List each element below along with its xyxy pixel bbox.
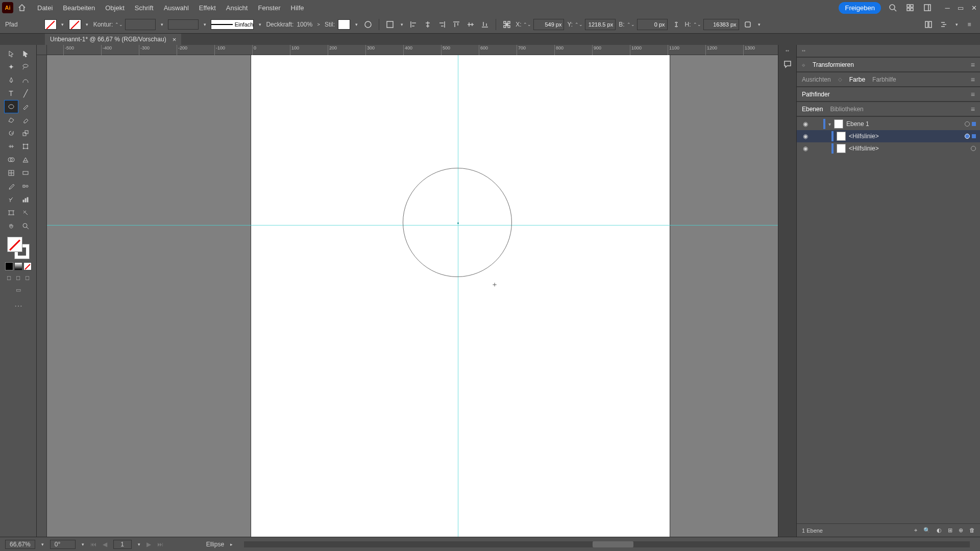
panel-menu-icon[interactable]: ≡ [971,61,975,69]
recolor-icon[interactable] [362,19,374,30]
none-color-icon[interactable] [23,262,32,270]
kontur-input[interactable] [125,19,156,30]
pen-tool[interactable] [4,73,18,87]
vertical-ruler[interactable] [37,55,47,537]
fill-box[interactable] [7,237,22,252]
h-input[interactable]: 16383 px [703,19,739,30]
menu-effekt[interactable]: Effekt [194,2,220,14]
shape-dropdown-icon[interactable]: ▾ [756,20,763,29]
ellipse-tool[interactable] [4,100,18,113]
vertical-guide[interactable] [458,55,458,537]
draw-behind-icon[interactable]: ◻ [14,273,22,282]
lasso-tool[interactable] [18,60,33,73]
align-right-icon[interactable] [436,19,448,30]
brush-profile[interactable]: Einfach [211,19,254,30]
target-icon[interactable] [965,134,970,139]
zoom-tool[interactable] [18,219,33,233]
zoom-dropdown-icon[interactable]: ▾ [41,542,44,547]
x-input[interactable]: 549 px [533,19,564,30]
isolate-icon[interactable] [923,19,934,30]
sublayer-name[interactable]: <Hilfslinie> [849,145,879,152]
artboard-number[interactable]: 1 [113,540,132,549]
horizontal-ruler[interactable]: -500 -400 -300 -200 -100 0 100 200 300 4… [47,45,778,55]
w-input[interactable]: 0 px [637,19,668,30]
scrollbar-horizontal[interactable] [244,541,970,547]
artboard-nav-prev-icon[interactable]: ◀ [103,541,107,548]
menu-ansicht[interactable]: Ansicht [222,2,253,14]
farbe-tab[interactable]: Farbe [849,76,865,83]
pathfinder-panel-tab[interactable]: Pathfinder ≡ [797,87,980,102]
status-dropdown-icon[interactable]: ▸ [230,542,233,547]
fill-swatch[interactable] [44,19,57,30]
delete-layer-icon[interactable]: 🗑 [969,527,975,534]
slice-tool[interactable] [18,206,33,219]
artboard-tool[interactable] [4,206,18,219]
panel-menu-icon[interactable]: ≡ [971,90,975,98]
rotate-value[interactable]: 0° [50,540,76,549]
canvas-stage[interactable]: ＋ [47,55,778,537]
expand-icon[interactable]: ▾ [828,121,831,127]
perspective-tool[interactable] [18,153,33,166]
artboard-nav-next-icon[interactable]: ▶ [146,541,151,548]
free-transform-tool[interactable] [18,140,33,153]
toolbox-more-icon[interactable]: ⋯ [14,301,22,311]
prefs-icon[interactable] [938,19,949,30]
new-sublayer-icon[interactable]: ⊞ [948,527,952,534]
align-top-icon[interactable] [451,19,462,30]
arrange-icon[interactable] [904,2,916,13]
zoom-level[interactable]: 66,67% [5,540,35,549]
maximize-icon[interactable]: ▭ [957,4,965,12]
column-graph-tool[interactable] [18,193,33,206]
visibility-icon[interactable]: ◉ [801,145,810,152]
search-layer-icon[interactable]: 🔍 [923,527,930,534]
farbhilfe-tab[interactable]: Farbhilfe [872,76,896,83]
y-stepper-icon[interactable]: ⌃⌄ [576,20,582,29]
rotate-tool[interactable] [4,127,18,140]
scale-tool[interactable] [18,127,33,140]
visibility-icon[interactable]: ◉ [801,120,810,128]
menu-datei[interactable]: Datei [33,2,57,14]
ebenen-tab[interactable]: Ebenen [802,106,823,113]
style-dropdown-icon[interactable]: ▾ [353,20,359,29]
screen-mode-icon[interactable]: ▭ [14,286,22,294]
transform-panel-tab[interactable]: ⟐ Transformieren ≡ [797,58,980,72]
menu-auswahl[interactable]: Auswahl [159,2,193,14]
prefs-dropdown-icon[interactable]: ▾ [953,20,960,29]
panel-menu-icon[interactable]: ≡ [971,105,975,113]
layer-sub-row[interactable]: ◉ <Hilfslinie> [797,142,980,155]
solid-color-icon[interactable] [5,262,13,270]
line-tool[interactable]: ╱ [18,87,33,100]
eyedropper-tool[interactable] [4,180,18,193]
align-doc-icon[interactable] [384,19,396,30]
document-tab[interactable]: Unbenannt-1* @ 66,67 % (RGB/Vorschau) × [45,34,181,45]
type-tool[interactable]: T [4,87,18,100]
target-icon[interactable] [971,146,976,151]
align-vcenter-icon[interactable] [465,19,476,30]
symbol-sprayer-tool[interactable] [4,193,18,206]
target-icon[interactable] [965,121,970,127]
w-stepper-icon[interactable]: ⌃⌄ [628,20,634,29]
home-icon[interactable] [16,2,28,13]
shape-builder-tool[interactable] [4,153,18,166]
shape-props-icon[interactable] [742,19,753,30]
deck-dropdown-icon[interactable]: > [315,20,322,29]
panel-menu-icon[interactable]: ≡ [971,76,975,84]
stroke-dropdown-icon[interactable]: ▾ [84,20,90,29]
align-left-icon[interactable] [408,19,419,30]
panel-menu-icon[interactable]: ≡ [964,19,975,30]
align-to-dropdown-icon[interactable]: ▾ [399,20,405,29]
artboard-nav-last-icon[interactable]: ⏭ [157,541,163,548]
vwp-dropdown-icon[interactable]: ▾ [202,20,208,29]
pathfinder-tab[interactable]: Pathfinder [802,91,830,98]
y-input[interactable]: 1218.5 px [585,19,616,30]
minimize-icon[interactable]: ─ [943,4,951,12]
x-stepper-icon[interactable]: ⌃⌄ [524,20,530,29]
deckkraft-value[interactable]: 100% [297,21,312,28]
sublayer-name[interactable]: <Hilfslinie> [849,133,879,140]
artboard-dropdown-icon[interactable]: ▾ [138,542,140,547]
blend-tool[interactable] [18,180,33,193]
variable-width-profile[interactable] [168,19,199,30]
locate-layer-icon[interactable]: ⌖ [914,527,917,534]
visibility-icon[interactable]: ◉ [801,133,810,140]
gradient-color-icon[interactable] [14,262,22,270]
